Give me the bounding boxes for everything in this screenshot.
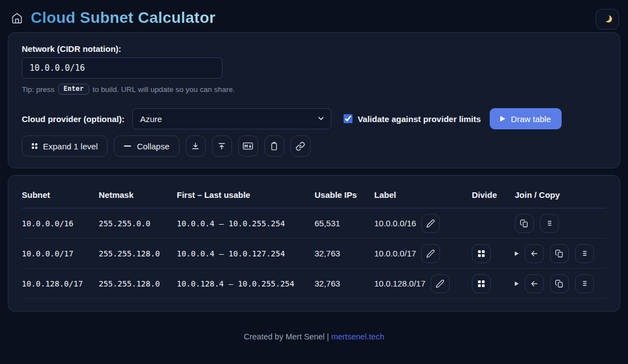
divide-cell bbox=[472, 239, 515, 269]
join-caret-icon bbox=[515, 282, 519, 286]
label-text: 10.0.128.0/17 bbox=[374, 279, 426, 288]
lines-icon bbox=[545, 219, 554, 227]
link-icon bbox=[296, 142, 305, 151]
copy-subnet-button[interactable] bbox=[550, 244, 569, 263]
home-icon bbox=[11, 12, 23, 24]
provider-select-wrap: Azure bbox=[132, 108, 331, 129]
download-button[interactable] bbox=[186, 135, 206, 157]
subnet-table: Subnet Netmask First – Last usable Usabl… bbox=[22, 186, 606, 299]
enter-kbd: Enter bbox=[58, 84, 89, 95]
copy-subnet-button[interactable] bbox=[515, 214, 534, 233]
clipboard-icon bbox=[269, 142, 279, 151]
provider-select[interactable]: Azure bbox=[132, 108, 331, 129]
label-cell: 10.0.0.0/16 bbox=[374, 208, 472, 239]
table-row: 10.0.128.0/17 255.255.128.0 10.0.128.4 –… bbox=[22, 269, 606, 299]
col-header-netmask: Netmask bbox=[99, 186, 177, 208]
usable-ips-cell: 32,763 bbox=[315, 269, 374, 299]
usable-ips-cell: 65,531 bbox=[315, 208, 374, 239]
join-copy-cell bbox=[515, 269, 606, 299]
table-row: 10.0.0.0/16 255.255.0.0 10.0.0.4 – 10.0.… bbox=[22, 208, 606, 239]
join-button[interactable] bbox=[525, 244, 544, 263]
pencil-icon bbox=[436, 279, 445, 288]
edit-label-button[interactable] bbox=[431, 274, 450, 293]
tip-suffix: to build. URL will update so you can sha… bbox=[93, 85, 235, 94]
subnet-cell: 10.0.128.0/17 bbox=[22, 269, 99, 299]
join-copy-cell bbox=[515, 239, 606, 269]
tip-prefix: Tip: press bbox=[22, 85, 55, 94]
home-button[interactable] bbox=[10, 11, 24, 25]
col-header-label: Label bbox=[374, 186, 472, 208]
divide-cell bbox=[472, 208, 515, 239]
moon-icon bbox=[602, 13, 610, 22]
validate-checkbox[interactable] bbox=[344, 114, 352, 123]
col-header-range: First – Last usable bbox=[177, 186, 315, 208]
expand-grid-icon bbox=[32, 143, 37, 149]
netmask-cell: 255.255.128.0 bbox=[99, 269, 177, 299]
col-header-join-copy: Join / Copy bbox=[515, 186, 606, 208]
arrow-left-icon bbox=[530, 279, 539, 288]
subnet-table-panel: Subnet Netmask First – Last usable Usabl… bbox=[8, 175, 620, 312]
netmask-cell: 255.255.0.0 bbox=[99, 208, 177, 239]
table-body: 10.0.0.0/16 255.255.0.0 10.0.0.4 – 10.0.… bbox=[22, 208, 606, 299]
expand-one-level-button[interactable]: Expand 1 level bbox=[22, 135, 108, 157]
copy-icon bbox=[555, 249, 564, 258]
divide-grid-icon bbox=[478, 250, 485, 257]
footer-text: Created by Mert Senel | bbox=[244, 332, 329, 341]
play-icon bbox=[500, 116, 505, 122]
controls-panel: Network (CIDR notation): Tip: press Ente… bbox=[8, 32, 620, 168]
collapse-button[interactable]: Collapse bbox=[114, 135, 179, 157]
label-text: 10.0.0.0/16 bbox=[374, 219, 416, 228]
edit-label-button[interactable] bbox=[421, 244, 440, 263]
expand-label: Expand 1 level bbox=[43, 142, 98, 151]
table-row: 10.0.0.0/17 255.255.128.0 10.0.0.4 – 10.… bbox=[22, 239, 606, 269]
network-label: Network (CIDR notation): bbox=[22, 44, 606, 54]
markdown-icon bbox=[243, 142, 253, 151]
range-cell: 10.0.0.4 – 10.0.127.254 bbox=[177, 239, 315, 269]
clipboard-button[interactable] bbox=[264, 135, 284, 157]
share-link-button[interactable] bbox=[291, 135, 311, 157]
col-header-usable: Usable IPs bbox=[315, 186, 374, 208]
lines-icon bbox=[581, 279, 589, 288]
row-details-button[interactable] bbox=[575, 274, 594, 293]
subnet-cell: 10.0.0.0/16 bbox=[22, 208, 99, 239]
divide-cell bbox=[472, 269, 515, 299]
divide-button[interactable] bbox=[472, 274, 491, 293]
label-text: 10.0.0.0/17 bbox=[374, 249, 416, 258]
copy-icon bbox=[555, 279, 564, 288]
page-title: Cloud Subnet Calculator bbox=[31, 9, 215, 27]
author-link[interactable]: mertsenel.tech bbox=[331, 332, 384, 341]
label-cell: 10.0.0.0/17 bbox=[374, 239, 472, 269]
edit-label-button[interactable] bbox=[421, 214, 440, 233]
provider-row: Cloud provider (optional): Azure Validat… bbox=[22, 108, 606, 129]
col-header-subnet: Subnet bbox=[22, 186, 99, 208]
table-header-row: Subnet Netmask First – Last usable Usabl… bbox=[22, 186, 606, 208]
upload-button[interactable] bbox=[212, 135, 232, 157]
validate-label: Validate against provider limits bbox=[358, 114, 481, 124]
upload-icon bbox=[217, 142, 226, 151]
join-button[interactable] bbox=[525, 274, 544, 293]
download-icon bbox=[191, 142, 200, 151]
validate-checkbox-wrap: Validate against provider limits bbox=[344, 114, 481, 124]
divide-button[interactable] bbox=[472, 244, 491, 263]
theme-toggle-button[interactable] bbox=[596, 9, 619, 30]
range-cell: 10.0.128.4 – 10.0.255.254 bbox=[177, 269, 315, 299]
provider-label: Cloud provider (optional): bbox=[22, 114, 124, 124]
network-input[interactable] bbox=[22, 57, 223, 79]
usable-ips-cell: 32,763 bbox=[315, 239, 374, 269]
app-footer: Created by Mert Senel | mertsenel.tech bbox=[0, 332, 628, 341]
label-cell: 10.0.128.0/17 bbox=[374, 269, 472, 299]
row-details-button[interactable] bbox=[575, 244, 594, 263]
arrow-left-icon bbox=[530, 249, 539, 258]
markdown-export-button[interactable] bbox=[238, 135, 258, 157]
row-details-button[interactable] bbox=[540, 214, 559, 233]
app-header: Cloud Subnet Calculator bbox=[0, 0, 628, 31]
range-cell: 10.0.0.4 – 10.0.255.254 bbox=[177, 208, 315, 239]
draw-table-button[interactable]: Draw table bbox=[490, 108, 562, 129]
copy-icon bbox=[520, 219, 529, 228]
tip-text: Tip: press Enter to build. URL will upda… bbox=[22, 84, 606, 95]
pencil-icon bbox=[426, 249, 435, 258]
join-caret-icon bbox=[515, 251, 519, 256]
join-copy-cell bbox=[515, 208, 606, 239]
collapse-label: Collapse bbox=[137, 142, 169, 151]
copy-subnet-button[interactable] bbox=[550, 274, 569, 293]
